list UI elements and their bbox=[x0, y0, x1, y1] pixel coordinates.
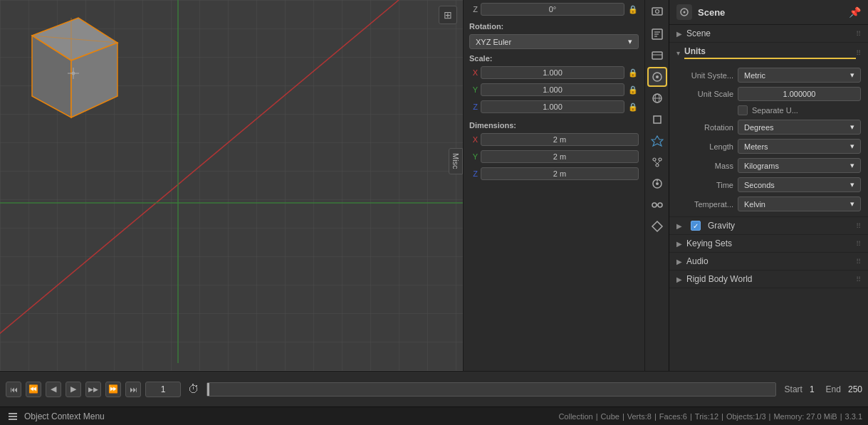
unit-system-dropdown[interactable]: Metric ▾ bbox=[738, 68, 861, 83]
scale-y-lock[interactable]: 🔒 bbox=[627, 85, 639, 95]
dim-x-value[interactable]: 2 m bbox=[481, 133, 639, 146]
temperature-value: Kelvin bbox=[744, 200, 765, 209]
scale-x-row: X 1.000 🔒 bbox=[464, 65, 644, 80]
z-lock-icon[interactable]: 🔒 bbox=[627, 5, 639, 14]
properties-panel: Z 0° 🔒 Rotation: XYZ Euler ▾ Scale: X 1.… bbox=[463, 0, 644, 371]
render-icon[interactable] bbox=[647, 3, 667, 23]
rotation-arrow: ▾ bbox=[850, 122, 854, 132]
z-value[interactable]: 0° bbox=[481, 3, 624, 16]
context-menu-icon[interactable] bbox=[6, 409, 20, 424]
end-label: End bbox=[826, 384, 841, 394]
pin-icon[interactable]: 📌 bbox=[849, 6, 861, 18]
keying-drag: ⠿ bbox=[856, 240, 861, 248]
modifier-icon[interactable] bbox=[647, 131, 667, 151]
scene-section-row[interactable]: ▶ Scene ⠿ bbox=[669, 25, 868, 43]
playhead bbox=[207, 383, 209, 396]
temperature-dropdown[interactable]: Kelvin ▾ bbox=[738, 196, 861, 211]
unit-system-arrow: ▾ bbox=[850, 70, 854, 80]
time-dropdown[interactable]: Seconds ▾ bbox=[738, 177, 861, 192]
3d-viewport[interactable]: ⊞ Misc bbox=[0, 0, 463, 371]
time-label: Time bbox=[676, 181, 733, 189]
end-value[interactable]: 250 bbox=[848, 384, 862, 394]
object-icon[interactable] bbox=[647, 110, 667, 130]
play-button[interactable]: ▶ bbox=[66, 382, 81, 397]
scale-x-lock[interactable]: 🔒 bbox=[627, 68, 639, 78]
time-control: Seconds ▾ bbox=[738, 177, 861, 192]
objects-label: Objects:1/3 bbox=[726, 412, 766, 421]
time-value: Seconds bbox=[744, 181, 775, 189]
svg-point-12 bbox=[655, 10, 659, 14]
rotation-row: Rotation Degrees ▾ bbox=[669, 117, 868, 137]
svg-point-33 bbox=[652, 203, 657, 207]
viewport-grid-button[interactable]: ⊞ bbox=[439, 6, 457, 24]
unit-system-row: Unit Syste... Metric ▾ bbox=[669, 65, 868, 85]
view-layer-icon[interactable] bbox=[647, 46, 667, 65]
dim-z-label: Z bbox=[469, 169, 478, 178]
gravity-section-row[interactable]: ▶ ✓ Gravity ⠿ bbox=[669, 217, 868, 235]
gravity-label: Gravity bbox=[708, 221, 852, 231]
dim-y-value[interactable]: 2 m bbox=[481, 150, 639, 163]
svg-point-34 bbox=[658, 203, 662, 207]
particles-icon[interactable] bbox=[647, 152, 667, 172]
current-frame-input[interactable]: 1 bbox=[145, 382, 181, 397]
viewport-top-icons: ⊞ bbox=[439, 6, 457, 24]
prev-keyframe-button[interactable]: ⏪ bbox=[26, 382, 41, 397]
units-header[interactable]: ▾ Units ⠿ bbox=[669, 43, 868, 63]
separate-units-checkbox[interactable] bbox=[738, 105, 748, 115]
jump-end-button[interactable]: ⏭ bbox=[125, 382, 141, 397]
scene-panel-header: Scene 📌 bbox=[669, 0, 868, 25]
rigidbody-section-row[interactable]: ▶ Rigid Body World ⠿ bbox=[669, 271, 868, 288]
keying-sets-row[interactable]: ▶ Keying Sets ⠿ bbox=[669, 235, 868, 253]
physics-icon[interactable] bbox=[647, 174, 667, 194]
memory-label: Memory: 27.0 MiB bbox=[773, 412, 837, 421]
unit-scale-value[interactable]: 1.000000 bbox=[738, 87, 861, 101]
rotation-label: Rotation: bbox=[464, 19, 644, 33]
scale-z-lock[interactable]: 🔒 bbox=[627, 103, 639, 112]
mass-arrow: ▾ bbox=[850, 161, 854, 170]
z-rotation-row: Z 0° 🔒 bbox=[464, 0, 644, 19]
misc-tab[interactable]: Misc bbox=[449, 148, 463, 174]
status-sep4: | bbox=[690, 412, 692, 421]
rotation-dropdown[interactable]: Degrees ▾ bbox=[738, 120, 861, 135]
dim-x-label: X bbox=[469, 135, 478, 144]
euler-dropdown[interactable]: XYZ Euler ▾ bbox=[469, 34, 639, 49]
mass-label: Mass bbox=[676, 162, 733, 170]
rigidbody-arrow: ▶ bbox=[676, 276, 682, 283]
world-icon[interactable] bbox=[647, 88, 667, 108]
length-dropdown[interactable]: Meters ▾ bbox=[738, 139, 861, 154]
gravity-arrow: ▶ bbox=[676, 222, 682, 230]
constraints-icon[interactable] bbox=[647, 195, 667, 215]
output-icon[interactable] bbox=[647, 24, 667, 44]
svg-rect-11 bbox=[652, 8, 662, 15]
timeline-scrubber[interactable] bbox=[206, 382, 776, 397]
scale-x-value[interactable]: 1.000 bbox=[481, 66, 624, 79]
gravity-checkbox[interactable]: ✓ bbox=[691, 221, 701, 231]
scene-section-drag: ⠿ bbox=[856, 30, 861, 38]
mass-value: Kilograms bbox=[744, 162, 779, 170]
scale-z-value[interactable]: 1.000 bbox=[481, 100, 624, 113]
dim-z-value[interactable]: 2 m bbox=[481, 167, 639, 180]
mass-dropdown[interactable]: Kilograms ▾ bbox=[738, 158, 861, 173]
units-body: Unit Syste... Metric ▾ Unit Scale 1.0000… bbox=[669, 63, 868, 216]
keying-label: Keying Sets bbox=[686, 238, 856, 248]
unit-system-label: Unit Syste... bbox=[676, 71, 733, 80]
mass-control: Kilograms ▾ bbox=[738, 158, 861, 173]
units-section: ▾ Units ⠿ Unit Syste... Metric ▾ bbox=[669, 43, 868, 217]
svg-marker-36 bbox=[652, 221, 662, 231]
length-arrow: ▾ bbox=[850, 142, 854, 151]
time-arrow: ▾ bbox=[850, 180, 854, 189]
data-icon[interactable] bbox=[647, 216, 667, 236]
scene-properties-panel: Scene 📌 ▶ Scene ⠿ ▾ Units ⠿ Unit Syste..… bbox=[669, 0, 868, 371]
cube-object[interactable] bbox=[14, 11, 128, 121]
scale-z-row: Z 1.000 🔒 bbox=[464, 99, 644, 115]
start-label: Start bbox=[785, 384, 802, 394]
scale-y-value[interactable]: 1.000 bbox=[481, 83, 624, 96]
next-frame-button[interactable]: ▶▶ bbox=[85, 382, 101, 397]
prev-frame-button[interactable]: ◀ bbox=[46, 382, 61, 397]
audio-section-row[interactable]: ▶ Audio ⠿ bbox=[669, 253, 868, 271]
dim-x-row: X 2 m bbox=[464, 132, 644, 147]
start-value[interactable]: 1 bbox=[810, 384, 815, 394]
next-keyframe-button[interactable]: ⏩ bbox=[105, 382, 121, 397]
jump-start-button[interactable]: ⏮ bbox=[6, 382, 21, 397]
scene-properties-icon[interactable] bbox=[647, 67, 667, 87]
